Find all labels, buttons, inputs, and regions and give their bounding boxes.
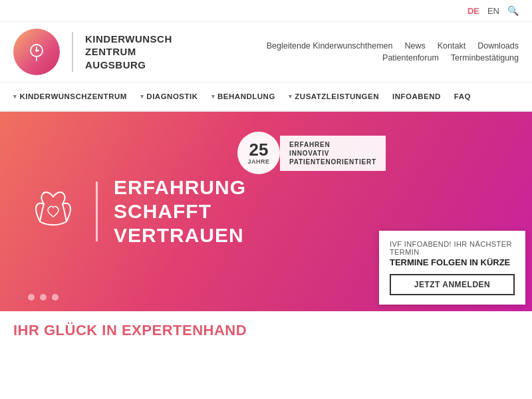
badge-25-jahre: 25 JAHRE ERFAHREN INNOVATIV PATIENTENORI… xyxy=(237,132,386,174)
lang-en-link[interactable]: EN xyxy=(487,6,499,16)
header: KINDERWUNSCH ZENTRUM AUGSBURG Begleitend… xyxy=(0,22,532,82)
lang-de-link[interactable]: DE xyxy=(467,6,479,16)
nav-patientenforum[interactable]: Patientenforum xyxy=(382,53,439,63)
hero-tagline: ERFAHRUNG SCHAFFT VERTRAUEN xyxy=(114,176,246,247)
logo-circle xyxy=(13,29,60,75)
dot-2[interactable] xyxy=(28,294,35,301)
svg-point-4 xyxy=(35,49,38,52)
chevron-icon: ▾ xyxy=(140,93,144,100)
hero-hands-icon xyxy=(27,185,80,238)
nav-kinderwunschthemen[interactable]: Begleitende Kinderwunschthemen xyxy=(267,41,393,51)
nav-zusatzleistungen[interactable]: ▾ ZUSATZLEISTUNGEN xyxy=(282,82,386,110)
logo-area: KINDERWUNSCH ZENTRUM AUGSBURG xyxy=(13,29,173,75)
nav-behandlung[interactable]: ▾ BEHANDLUNG xyxy=(205,82,282,110)
badge-jahre: JAHRE xyxy=(248,158,270,165)
ivf-card: IVF INFOABEND! IHR NÄCHSTER TERMIN TERMI… xyxy=(379,231,525,305)
dot-4[interactable] xyxy=(52,294,59,301)
dot-3[interactable] xyxy=(40,294,47,301)
ivf-anmelden-button[interactable]: JETZT ANMELDEN xyxy=(390,274,515,295)
logo-icon xyxy=(27,42,47,62)
chevron-icon: ▾ xyxy=(289,93,293,100)
badge-circle: 25 JAHRE xyxy=(237,132,280,174)
header-nav: Begleitende Kinderwunschthemen News Kont… xyxy=(267,41,519,63)
badge-text: ERFAHREN INNOVATIV PATIENTENORIENTIERT xyxy=(280,136,386,171)
nav-infoabend[interactable]: INFOABEND xyxy=(386,82,448,110)
hero-section: ERFAHRUNG SCHAFFT VERTRAUEN 25 JAHRE ERF… xyxy=(0,112,532,311)
tagline-section: IHR GLÜCK IN EXPERTENHAND xyxy=(0,311,532,339)
nav-kontakt[interactable]: Kontakt xyxy=(438,41,466,51)
nav-faq[interactable]: FAQ xyxy=(448,82,477,110)
dot-1[interactable] xyxy=(16,294,23,301)
hero-divider xyxy=(96,182,98,241)
hero-dots xyxy=(16,294,59,301)
top-bar: DE EN 🔍 xyxy=(0,0,532,22)
header-nav-bottom: Patientenforum Terminbestätigung xyxy=(382,53,519,63)
tagline-text: IHR GLÜCK IN EXPERTENHAND xyxy=(13,322,519,339)
main-nav: ▾ KINDERWUNSCHZENTRUM ▾ DIAGNOSTIK ▾ BEH… xyxy=(0,82,532,112)
nav-diagnostik[interactable]: ▾ DIAGNOSTIK xyxy=(134,82,205,110)
header-nav-top: Begleitende Kinderwunschthemen News Kont… xyxy=(267,41,519,51)
logo-divider xyxy=(72,32,73,72)
search-icon[interactable]: 🔍 xyxy=(507,5,519,16)
nav-kinderwunschzentrum[interactable]: ▾ KINDERWUNSCHZENTRUM xyxy=(7,82,134,110)
chevron-icon: ▾ xyxy=(13,93,17,100)
nav-news[interactable]: News xyxy=(405,41,426,51)
logo-text: KINDERWUNSCH ZENTRUM AUGSBURG xyxy=(85,33,172,72)
hero-content: ERFAHRUNG SCHAFFT VERTRAUEN xyxy=(0,156,273,267)
nav-downloads[interactable]: Downloads xyxy=(477,41,519,51)
ivf-card-main: TERMINE FOLGEN IN KÜRZE xyxy=(390,257,515,267)
nav-terminbestaetigung[interactable]: Terminbestätigung xyxy=(451,53,519,63)
chevron-icon: ▾ xyxy=(211,93,215,100)
badge-number: 25 xyxy=(249,141,269,158)
ivf-card-title: IVF INFOABEND! IHR NÄCHSTER TERMIN xyxy=(390,240,515,256)
